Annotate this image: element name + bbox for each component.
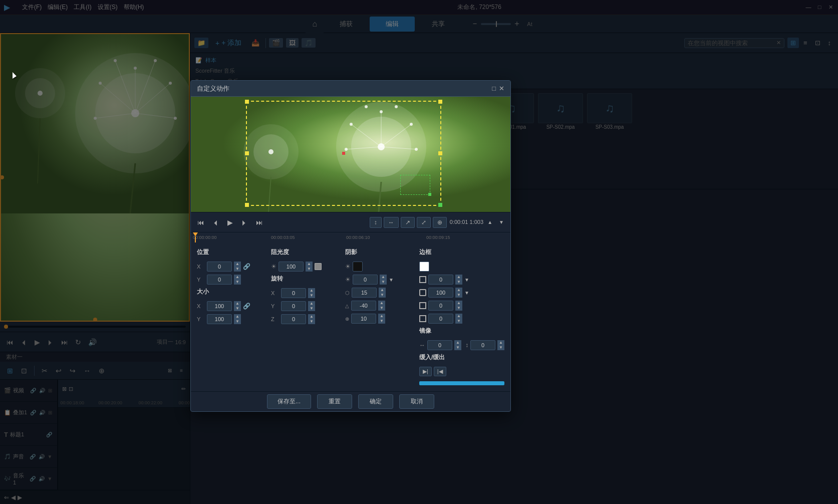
sv3-down[interactable]: ▼ [378,306,385,311]
fade-in-btn[interactable]: ▶| [419,367,432,376]
bv1-down[interactable]: ▼ [455,280,462,285]
rot-x-label: X [271,290,279,296]
dialog-close-btn[interactable]: ✕ [499,85,504,92]
shadow-val2-input[interactable] [352,288,377,298]
opacity-up[interactable]: ▲ [306,262,313,267]
border-val1-input[interactable] [428,275,453,285]
pos-x-input[interactable] [207,262,232,272]
shadow-val1-row: ☀ ▲ ▼ ▼ [345,275,413,285]
dlg-next-frame[interactable]: ⏵ [238,217,250,227]
timecode-up[interactable]: ▲ [485,218,495,226]
bv4-down[interactable]: ▼ [455,319,462,324]
opacity-color-btn[interactable] [315,263,322,270]
rot-z-down[interactable]: ▼ [308,319,315,324]
opacity-input[interactable] [278,262,304,272]
shadow-val4-input[interactable] [351,314,376,324]
dlg-motion-btn1[interactable]: ↕ [370,217,382,228]
rotation-y-row: Y ▲ ▼ [271,301,339,311]
mirror-v-input[interactable] [470,340,495,350]
confirm-button[interactable]: 确定 [358,394,393,409]
border-val2-btn[interactable]: ▼ [464,290,469,296]
pos-x-up[interactable]: ▲ [234,262,241,267]
dlg-motion-btn5[interactable]: ⊕ [433,217,447,228]
border-val2-spinners: ▲ ▼ [455,288,462,298]
rot-y-down[interactable]: ▼ [308,306,315,311]
rot-y-input[interactable] [281,301,306,311]
pos-y-up[interactable]: ▲ [234,275,241,280]
dlg-to-start[interactable]: ⏮ [195,217,207,227]
rot-z-input[interactable] [281,314,306,324]
sv1-down[interactable]: ▼ [380,280,387,285]
dlg-prev-frame[interactable]: ⏴ [210,217,222,227]
rot-x-down[interactable]: ▼ [308,293,315,298]
shadow-extra-btn[interactable]: ▼ [389,277,394,283]
bv2-up[interactable]: ▲ [455,288,462,293]
reset-button[interactable]: 重置 [317,394,352,409]
rot-y-up[interactable]: ▲ [308,301,315,306]
opacity-down[interactable]: ▼ [306,267,313,272]
dialog-restore-btn[interactable]: □ [492,85,496,92]
dlg-motion-btn2[interactable]: ↔ [384,217,399,228]
pos-x-down[interactable]: ▼ [234,267,241,272]
rot-x-up[interactable]: ▲ [308,288,315,293]
pos-y-input[interactable] [207,275,232,285]
shadow-color-box[interactable] [353,262,363,272]
handle-bottom-right[interactable] [438,203,442,207]
inner-handle[interactable] [428,193,431,196]
mh-up[interactable]: ▲ [454,340,461,345]
save-to-button[interactable]: 保存至... [267,394,311,409]
mirror-h-input[interactable] [427,340,452,350]
shadow-val3-row: △ ▲ ▼ [345,301,413,311]
size-link-btn[interactable]: 🔗 [243,303,250,310]
handle-top-right[interactable] [438,100,442,104]
border-icon4 [419,315,426,322]
dlg-motion-btn3[interactable]: ↗ [401,217,415,228]
dlg-play[interactable]: ▶ [225,217,235,227]
mv-up[interactable]: ▲ [497,340,504,345]
rot-x-input[interactable] [281,288,306,298]
bv3-down[interactable]: ▼ [455,306,462,311]
dlg-to-end[interactable]: ⏭ [253,217,265,227]
dialog-playhead[interactable] [193,232,198,242]
cancel-button[interactable]: 取消 [399,394,434,409]
bv2-down[interactable]: ▼ [455,293,462,298]
handle-bottom-left[interactable] [245,203,249,207]
handle-top-left[interactable] [245,100,249,104]
sv2-down[interactable]: ▼ [379,293,386,298]
border-extra-btn[interactable]: ▼ [464,277,469,283]
sv2-up[interactable]: ▲ [379,288,386,293]
shadow-val1-input[interactable] [353,275,378,285]
size-y-up[interactable]: ▲ [234,314,241,319]
bv1-up[interactable]: ▲ [455,275,462,280]
size-x-input[interactable] [207,301,232,311]
mv-down[interactable]: ▼ [497,345,504,350]
handle-middle-right[interactable] [438,151,442,155]
border-val4-input[interactable] [428,314,453,324]
border-val2-input[interactable] [428,288,453,298]
sv1-up[interactable]: ▲ [380,275,387,280]
size-y-input[interactable] [207,314,232,324]
selection-box[interactable] [246,101,441,206]
size-x-row: X ▲ ▼ 🔗 [197,301,265,311]
sv4-up[interactable]: ▲ [378,314,385,319]
timecode-down[interactable]: ▼ [496,218,506,226]
mh-down[interactable]: ▼ [454,345,461,350]
size-x-up[interactable]: ▲ [234,301,241,306]
dlg-motion-btn4[interactable]: ⤢ [417,217,431,228]
shadow-val3-input[interactable] [351,301,376,311]
pos-y-down[interactable]: ▼ [234,280,241,285]
size-x-down[interactable]: ▼ [234,306,241,311]
size-y-down[interactable]: ▼ [234,319,241,324]
inner-selection-box[interactable] [400,175,430,195]
handle-middle-left[interactable] [245,151,249,155]
border-color-box[interactable] [419,262,429,272]
sv4-down[interactable]: ▼ [378,319,385,324]
fade-slider[interactable] [419,381,504,385]
pos-link-btn[interactable]: 🔗 [243,263,250,270]
sv3-up[interactable]: ▲ [378,301,385,306]
rot-z-up[interactable]: ▲ [308,314,315,319]
border-val3-input[interactable] [428,301,453,311]
fade-out-btn[interactable]: |◀ [434,367,446,376]
bv3-up[interactable]: ▲ [455,301,462,306]
bv4-up[interactable]: ▲ [455,314,462,319]
